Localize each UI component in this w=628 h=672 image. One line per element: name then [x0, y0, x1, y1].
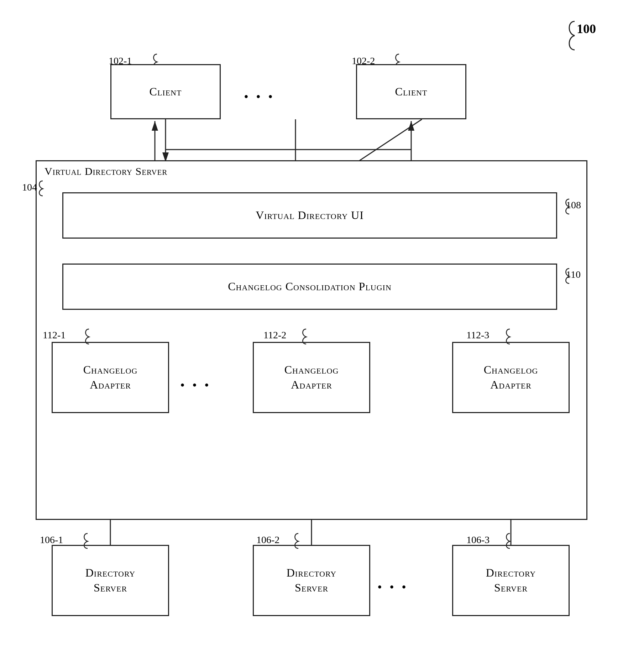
ref-brace-112-3 [500, 328, 514, 345]
ref-brace-112-1 [79, 328, 93, 345]
client1-label: Client [150, 84, 182, 99]
ref-brace-106-2 [288, 532, 303, 550]
changelog-adapter1-box: ChangelogAdapter [52, 342, 169, 413]
diagram: 100 [0, 0, 628, 672]
ref-brace-104 [33, 179, 47, 197]
ref-112-3: 112-3 [466, 329, 489, 341]
ref-106-1: 106-1 [40, 534, 63, 546]
client2-label: Client [395, 84, 428, 99]
dir-server3-label: DirectoryServer [486, 566, 536, 595]
ref-112-2: 112-2 [263, 329, 286, 341]
changelog-adapter2-label: ChangelogAdapter [284, 363, 339, 392]
vds-label: Virtual Directory Server [45, 165, 167, 177]
clients-dots: . . . [244, 81, 274, 102]
ref-106-3: 106-3 [466, 534, 490, 546]
changelog-plugin-box: Changelog Consolidation Plugin [62, 264, 557, 310]
client2-box: Client [356, 64, 466, 119]
dir-server1-box: DirectoryServer [52, 545, 169, 616]
client1-box: Client [110, 64, 221, 119]
dir-server2-label: DirectoryServer [287, 566, 337, 595]
ref-brace-108 [559, 198, 574, 215]
ref-112-1: 112-1 [43, 329, 66, 341]
vd-ui-label: Virtual Directory UI [256, 208, 364, 223]
ref-brace-112-2 [296, 328, 310, 345]
vd-ui-box: Virtual Directory UI [62, 192, 557, 239]
dir-server1-label: DirectoryServer [85, 566, 136, 595]
ref-brace-110 [559, 267, 574, 285]
adapters-dots: . . . [180, 370, 210, 391]
ref-brace-106-1 [78, 532, 92, 550]
changelog-adapter3-label: ChangelogAdapter [484, 363, 538, 392]
changelog-adapter3-box: ChangelogAdapter [452, 342, 570, 413]
changelog-adapter2-box: ChangelogAdapter [253, 342, 370, 413]
dir-server2-box: DirectoryServer [253, 545, 370, 616]
ref-106-2: 106-2 [256, 534, 279, 546]
dir-server3-box: DirectoryServer [452, 545, 570, 616]
changelog-plugin-label: Changelog Consolidation Plugin [228, 279, 392, 294]
ref-brace-106-3 [500, 532, 514, 550]
dirservers-dots: . . . [377, 572, 408, 593]
changelog-adapter1-label: ChangelogAdapter [83, 363, 138, 392]
fig-brace-icon [557, 20, 582, 52]
